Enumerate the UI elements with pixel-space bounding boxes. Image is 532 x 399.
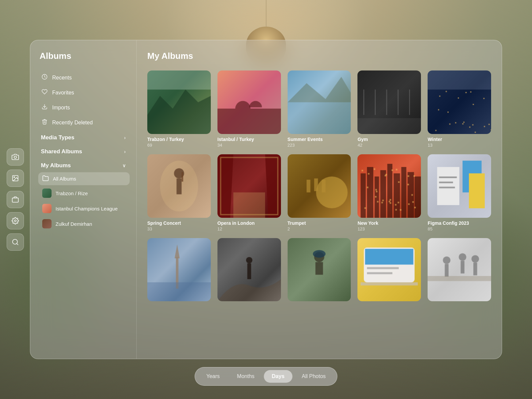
office-thumb bbox=[428, 238, 491, 302]
album-card-gym[interactable]: Gym 42 bbox=[357, 70, 421, 148]
sidebar-section-shared-albums[interactable]: Shared Albums › bbox=[37, 144, 130, 158]
sidebar-item-favorites[interactable]: Favorites bbox=[37, 85, 130, 100]
imports-icon bbox=[41, 104, 48, 111]
summer-count: 223 bbox=[288, 143, 351, 148]
sidebar-item-recents[interactable]: Recents bbox=[37, 70, 130, 85]
newyork-thumb bbox=[357, 154, 421, 218]
sidebar-item-istanbul-champions[interactable]: Istanbul Champions League bbox=[38, 201, 130, 216]
tab-months[interactable]: Months bbox=[229, 370, 262, 383]
album-card-opera[interactable]: Opera in London 12 bbox=[217, 154, 281, 231]
winter-name: Winter bbox=[428, 137, 491, 142]
album-card-newyork[interactable]: New York 123 bbox=[357, 154, 421, 231]
albums-grid: Trabzon / Turkey 69 Istanbul / Turkey 34… bbox=[147, 70, 491, 304]
album-card-office[interactable] bbox=[428, 238, 491, 304]
trabzon-thumb bbox=[147, 70, 211, 134]
camera-icon-btn[interactable] bbox=[7, 148, 24, 166]
zulkuf-label: Zulkuf Demirhan bbox=[56, 221, 92, 227]
recents-label: Recents bbox=[52, 75, 72, 81]
album-card-trumpet[interactable]: Trumpet 2 bbox=[288, 154, 351, 231]
album-card-spring[interactable]: Spring Concert 33 bbox=[147, 154, 211, 231]
imports-label: Imports bbox=[52, 105, 70, 111]
tab-days[interactable]: Days bbox=[264, 370, 292, 383]
album-card-website[interactable] bbox=[357, 238, 421, 304]
trabzon-count: 69 bbox=[147, 143, 211, 148]
gym-thumb bbox=[357, 70, 421, 134]
figma-count: 85 bbox=[428, 226, 491, 231]
settings-icon-btn[interactable] bbox=[7, 212, 24, 229]
sidebar-section-media-types[interactable]: Media Types › bbox=[37, 130, 130, 144]
all-albums-icon bbox=[42, 175, 49, 183]
all-albums-label: All Albums bbox=[53, 176, 76, 182]
sidebar-item-imports[interactable]: Imports bbox=[37, 100, 130, 115]
istanbul-count: 34 bbox=[217, 143, 281, 148]
my-albums-chevron: ∨ bbox=[122, 163, 126, 168]
winter-count: 13 bbox=[428, 143, 491, 148]
recently-deleted-icon bbox=[41, 119, 48, 126]
sidebar-item-all-albums[interactable]: All Albums bbox=[38, 172, 130, 185]
summer-thumb bbox=[288, 70, 351, 134]
desert-thumb bbox=[217, 238, 281, 302]
album-card-trabzon[interactable]: Trabzon / Turkey 69 bbox=[147, 70, 211, 148]
landscape-thumb bbox=[147, 238, 211, 302]
album-card-summer[interactable]: Summer Events 223 bbox=[288, 70, 351, 148]
tab-years[interactable]: Years bbox=[198, 370, 227, 383]
opera-thumb bbox=[217, 154, 281, 218]
album-card-landscape[interactable] bbox=[147, 238, 211, 304]
sidebar-section-my-albums[interactable]: My Albums ∨ bbox=[37, 158, 130, 172]
svg-rect-3 bbox=[12, 198, 18, 202]
opera-count: 12 bbox=[217, 226, 281, 231]
sidebar-item-trabzon-rize[interactable]: Trabzon / Rize bbox=[38, 186, 130, 200]
recents-icon bbox=[41, 74, 48, 81]
sidebar: Albums Recents Favorites bbox=[30, 40, 137, 359]
winter-thumb bbox=[428, 70, 491, 134]
sidebar-title: Albums bbox=[37, 51, 130, 61]
tab-all-photos[interactable]: All Photos bbox=[294, 370, 334, 383]
trumpet-thumb bbox=[288, 154, 351, 218]
newyork-count: 123 bbox=[357, 226, 421, 231]
shared-albums-chevron: › bbox=[124, 149, 126, 154]
svg-point-4 bbox=[14, 220, 16, 222]
my-albums-label: My Albums bbox=[41, 162, 71, 169]
favorites-icon bbox=[41, 89, 48, 96]
album-card-istanbul[interactable]: Istanbul / Turkey 34 bbox=[217, 70, 281, 148]
shared-albums-label: Shared Albums bbox=[41, 148, 82, 155]
trumpet-count: 2 bbox=[288, 226, 351, 231]
media-types-chevron: › bbox=[124, 135, 126, 140]
svg-point-0 bbox=[14, 156, 16, 158]
album-card-figma[interactable]: Figma Config 2023 85 bbox=[428, 154, 491, 231]
sidebar-item-zulkuf[interactable]: Zulkuf Demirhan bbox=[38, 216, 130, 231]
svg-line-6 bbox=[17, 243, 18, 245]
istanbul-name: Istanbul / Turkey bbox=[217, 137, 281, 142]
albums-icon-btn[interactable] bbox=[7, 191, 24, 208]
main-panel: Albums Recents Favorites bbox=[30, 40, 502, 359]
website-thumb bbox=[357, 238, 421, 302]
spring-name: Spring Concert bbox=[147, 220, 211, 226]
favorites-label: Favorites bbox=[52, 90, 74, 96]
photos-icon-btn[interactable] bbox=[7, 170, 24, 187]
istanbul-champions-thumb bbox=[42, 204, 52, 213]
spring-count: 33 bbox=[147, 226, 211, 231]
gym-name: Gym bbox=[357, 137, 421, 142]
svg-point-2 bbox=[14, 177, 15, 178]
sidebar-item-recently-deleted[interactable]: Recently Deleted bbox=[37, 115, 130, 130]
gym-count: 42 bbox=[357, 143, 421, 148]
summer-name: Summer Events bbox=[288, 137, 351, 142]
main-title: My Albums bbox=[147, 51, 491, 61]
person-thumb bbox=[288, 238, 351, 302]
tab-bar: Years Months Days All Photos bbox=[195, 367, 337, 386]
album-card-desert[interactable] bbox=[217, 238, 281, 304]
spring-thumb bbox=[147, 154, 211, 218]
main-content: My Albums Trabzon / Turkey 69 Istanbul /… bbox=[137, 40, 502, 359]
zulkuf-thumb bbox=[42, 219, 52, 228]
trabzon-rize-thumb bbox=[42, 189, 52, 198]
recently-deleted-label: Recently Deleted bbox=[52, 120, 93, 126]
side-icon-bar bbox=[7, 148, 24, 251]
newyork-name: New York bbox=[357, 220, 421, 226]
album-card-person[interactable] bbox=[288, 238, 351, 304]
figma-name: Figma Config 2023 bbox=[428, 220, 491, 226]
trumpet-name: Trumpet bbox=[288, 220, 351, 226]
opera-name: Opera in London bbox=[217, 220, 281, 226]
trabzon-name: Trabzon / Turkey bbox=[147, 137, 211, 142]
album-card-winter[interactable]: Winter 13 bbox=[428, 70, 491, 148]
search-icon-btn[interactable] bbox=[7, 233, 24, 251]
